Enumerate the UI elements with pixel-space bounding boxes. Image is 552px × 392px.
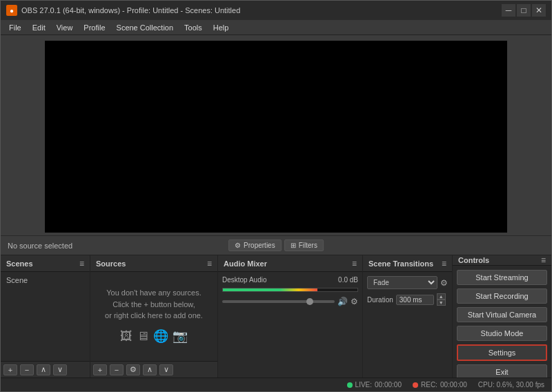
audio-track-name: Desktop Audio 0.0 dB xyxy=(222,276,358,284)
audio-controls: 🔊 ⚙ xyxy=(222,297,358,306)
start-streaming-button[interactable]: Start Streaming xyxy=(457,270,547,285)
move-source-down-button[interactable]: ∨ xyxy=(159,364,173,375)
app-icon: ● xyxy=(6,5,17,16)
menu-profile[interactable]: Profile xyxy=(78,22,110,33)
transitions-header: Scene Transitions ≡ xyxy=(363,255,452,272)
title-bar: ● OBS 27.0.1 (64-bit, windows) - Profile… xyxy=(1,1,551,20)
controls-options-icon[interactable]: ≡ xyxy=(541,255,546,265)
move-source-up-button[interactable]: ∧ xyxy=(143,364,157,375)
no-sources-text: You don't have any sources. Click the + … xyxy=(105,287,203,322)
audio-track-desktop: Desktop Audio 0.0 dB 🔊 ⚙ xyxy=(222,276,358,306)
menu-help[interactable]: Help xyxy=(208,22,235,33)
minimize-button[interactable]: ─ xyxy=(502,4,515,17)
duration-row: Duration ▲ ▼ xyxy=(367,293,448,306)
start-virtual-camera-button[interactable]: Start Virtual Camera xyxy=(457,307,547,322)
status-bar: LIVE: 00:00:00 REC: 00:00:00 CPU: 0.6%, … xyxy=(1,378,551,391)
transitions-content: Fade ⚙ Duration ▲ ▼ xyxy=(363,272,452,378)
close-button[interactable]: ✕ xyxy=(532,4,546,17)
add-scene-button[interactable]: + xyxy=(3,364,17,375)
duration-up-button[interactable]: ▲ xyxy=(437,293,446,300)
audio-slider-thumb xyxy=(306,298,313,305)
controls-header: Controls ≡ xyxy=(453,255,551,266)
scene-item[interactable]: Scene xyxy=(3,275,87,286)
display-capture-icon: 🖥 xyxy=(137,327,149,346)
audio-volume-slider[interactable] xyxy=(222,300,335,303)
maximize-button[interactable]: □ xyxy=(517,4,531,17)
main-area: No source selected ⚙ Properties ⊞ Filter… xyxy=(1,35,551,391)
transition-type-select[interactable]: Fade xyxy=(367,276,437,289)
filter-icon: ⊞ xyxy=(290,242,296,249)
duration-arrows: ▲ ▼ xyxy=(437,293,446,306)
rec-indicator xyxy=(413,382,418,388)
rec-status: REC: 00:00:00 xyxy=(413,381,467,389)
sources-options-icon[interactable]: ≡ xyxy=(207,259,212,268)
source-settings-button[interactable]: ⚙ xyxy=(126,364,140,375)
audio-settings-icon[interactable]: ⚙ xyxy=(351,297,358,306)
obs-window: ● OBS 27.0.1 (64-bit, windows) - Profile… xyxy=(0,0,552,392)
duration-input[interactable] xyxy=(396,295,434,305)
filter-buttons: ⚙ Properties ⊞ Filters xyxy=(228,239,324,251)
audio-mute-icon[interactable]: 🔊 xyxy=(337,297,348,306)
menu-scene-collection[interactable]: Scene Collection xyxy=(111,22,179,33)
menu-bar: File Edit View Profile Scene Collection … xyxy=(1,20,551,35)
audio-mixer-header: Audio Mixer ≡ xyxy=(218,255,362,272)
scenes-toolbar: + − ∧ ∨ xyxy=(1,361,90,378)
properties-button[interactable]: ⚙ Properties xyxy=(228,239,282,251)
no-source-label: No source selected xyxy=(8,242,72,250)
scenes-panel: Scenes ≡ Scene + − ∧ ∨ xyxy=(1,255,90,378)
settings-button[interactable]: Settings xyxy=(457,344,547,361)
menu-view[interactable]: View xyxy=(51,22,79,33)
sources-icons: 🖼 🖥 🌐 📷 xyxy=(120,327,188,346)
sources-panel: Sources ≡ You don't have any sources. Cl… xyxy=(90,255,218,378)
menu-edit[interactable]: Edit xyxy=(27,22,51,33)
controls-content: Start Streaming Start Recording Start Vi… xyxy=(453,266,551,384)
remove-source-button[interactable]: − xyxy=(110,364,124,375)
live-indicator xyxy=(347,382,353,388)
add-source-button[interactable]: + xyxy=(93,364,107,375)
audio-meter-fill xyxy=(223,288,317,291)
scenes-content: Scene xyxy=(1,272,90,361)
filters-button[interactable]: ⊞ Filters xyxy=(284,239,324,251)
menu-file[interactable]: File xyxy=(3,22,27,33)
studio-mode-button[interactable]: Studio Mode xyxy=(457,326,547,341)
sources-panel-header: Sources ≡ xyxy=(90,255,217,272)
preview-area xyxy=(1,35,551,235)
move-scene-down-button[interactable]: ∨ xyxy=(53,364,67,375)
sources-toolbar: + − ⚙ ∧ ∨ xyxy=(90,361,217,378)
audio-content: Desktop Audio 0.0 dB 🔊 ⚙ xyxy=(218,272,362,378)
window-controls: ─ □ ✕ xyxy=(502,4,546,17)
scenes-options-icon[interactable]: ≡ xyxy=(79,259,84,268)
duration-down-button[interactable]: ▼ xyxy=(437,300,446,306)
gear-icon: ⚙ xyxy=(235,242,241,249)
scenes-panel-header: Scenes ≡ xyxy=(1,255,90,272)
camera-source-icon: 📷 xyxy=(172,327,188,346)
move-scene-up-button[interactable]: ∧ xyxy=(37,364,50,375)
browser-source-icon: 🌐 xyxy=(153,327,168,346)
sources-content: You don't have any sources. Click the + … xyxy=(90,272,217,361)
scene-transitions-panel: Scene Transitions ≡ Fade ⚙ Duration xyxy=(363,255,453,378)
audio-options-icon[interactable]: ≡ xyxy=(352,259,357,268)
transition-select-row: Fade ⚙ xyxy=(367,276,448,289)
audio-meter xyxy=(222,288,358,292)
audio-mixer-panel: Audio Mixer ≡ Desktop Audio 0.0 dB xyxy=(218,255,363,378)
no-source-bar: No source selected ⚙ Properties ⊞ Filter… xyxy=(1,235,551,255)
start-recording-button[interactable]: Start Recording xyxy=(457,288,547,304)
menu-tools[interactable]: Tools xyxy=(179,22,208,33)
controls-panel: Controls ≡ Start Streaming Start Recordi… xyxy=(453,255,551,378)
preview-canvas xyxy=(45,41,507,233)
image-source-icon: 🖼 xyxy=(120,327,132,346)
transition-gear-icon[interactable]: ⚙ xyxy=(440,278,448,288)
remove-scene-button[interactable]: − xyxy=(20,364,34,375)
live-status: LIVE: 00:00:00 xyxy=(347,381,402,389)
window-title: OBS 27.0.1 (64-bit, windows) - Profile: … xyxy=(21,6,502,14)
cpu-status: CPU: 0.6%, 30.00 fps xyxy=(478,381,544,389)
transitions-options-icon[interactable]: ≡ xyxy=(442,259,446,268)
bottom-panels: Scenes ≡ Scene + − ∧ ∨ Sources ≡ xyxy=(1,255,551,378)
